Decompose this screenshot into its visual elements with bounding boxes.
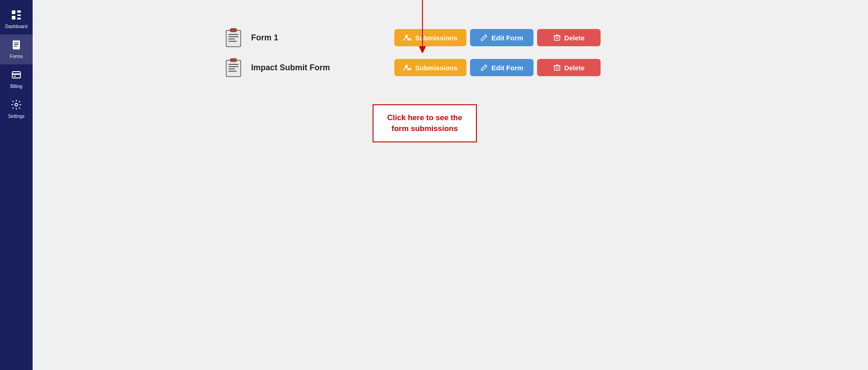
form2-edit-button[interactable]: Edit Form (470, 59, 533, 76)
sidebar-item-settings[interactable]: Settings (0, 94, 33, 124)
svg-rect-2 (17, 15, 21, 16)
settings-icon (11, 100, 21, 112)
svg-rect-19 (228, 36, 238, 37)
svg-rect-30 (230, 58, 237, 62)
sidebar-item-forms[interactable]: Forms (0, 34, 33, 64)
svg-rect-0 (12, 10, 15, 14)
svg-rect-22 (230, 29, 237, 32)
trash-icon-2 (553, 64, 561, 71)
svg-rect-11 (15, 40, 18, 41)
sidebar-item-dashboard[interactable]: Dashboard (0, 5, 33, 34)
form2-delete-label: Delete (564, 64, 585, 72)
svg-rect-9 (14, 44, 19, 45)
sidebar-item-billing[interactable]: Billing (0, 64, 33, 94)
svg-rect-8 (14, 43, 19, 44)
svg-rect-18 (228, 34, 238, 35)
sidebar-dashboard-label: Dashboard (5, 24, 28, 29)
sidebar: Dashboard Forms Billing (0, 0, 33, 370)
svg-rect-20 (228, 39, 235, 39)
table-row: Impact Submit Form Submissions Edit F (223, 53, 850, 83)
svg-rect-13 (12, 73, 20, 75)
svg-rect-32 (228, 66, 238, 67)
edit-icon (480, 34, 488, 41)
svg-rect-14 (14, 76, 16, 77)
form-name: Form 1 (251, 33, 351, 43)
sidebar-settings-label: Settings (8, 114, 24, 119)
annotation-arrow-svg (395, 0, 450, 68)
annotation-box: Click here to see the form submissions (373, 104, 477, 142)
svg-rect-31 (228, 64, 238, 65)
svg-rect-26 (554, 36, 560, 40)
form-clipboard-icon (223, 27, 244, 48)
annotation-text: Click here to see the form submissions (387, 113, 462, 133)
form2-name: Impact Submit Form (251, 63, 351, 73)
form2-delete-button[interactable]: Delete (537, 59, 601, 76)
billing-icon (11, 70, 21, 82)
form1-edit-button[interactable]: Edit Form (470, 29, 533, 46)
main-content: Form 1 Submissions Edit Form (33, 0, 868, 370)
form1-delete-label: Delete (564, 34, 585, 42)
svg-rect-3 (12, 16, 15, 19)
trash-icon (553, 34, 561, 41)
form2-edit-label: Edit Form (491, 64, 523, 72)
svg-rect-34 (228, 71, 237, 72)
svg-rect-21 (228, 41, 237, 42)
svg-rect-10 (14, 46, 17, 47)
edit-icon-2 (480, 64, 488, 71)
form1-delete-button[interactable]: Delete (537, 29, 601, 46)
svg-rect-38 (554, 66, 560, 70)
form2-clipboard-icon (223, 57, 244, 78)
form1-edit-label: Edit Form (491, 34, 523, 42)
sidebar-billing-label: Billing (10, 84, 23, 89)
table-row: Form 1 Submissions Edit Form (223, 23, 850, 53)
svg-rect-4 (17, 18, 21, 19)
sidebar-forms-label: Forms (10, 54, 23, 59)
svg-point-15 (15, 103, 18, 106)
forms-icon (11, 40, 21, 52)
svg-rect-33 (228, 68, 235, 69)
forms-list: Form 1 Submissions Edit Form (223, 23, 850, 83)
dashboard-icon (11, 10, 21, 22)
